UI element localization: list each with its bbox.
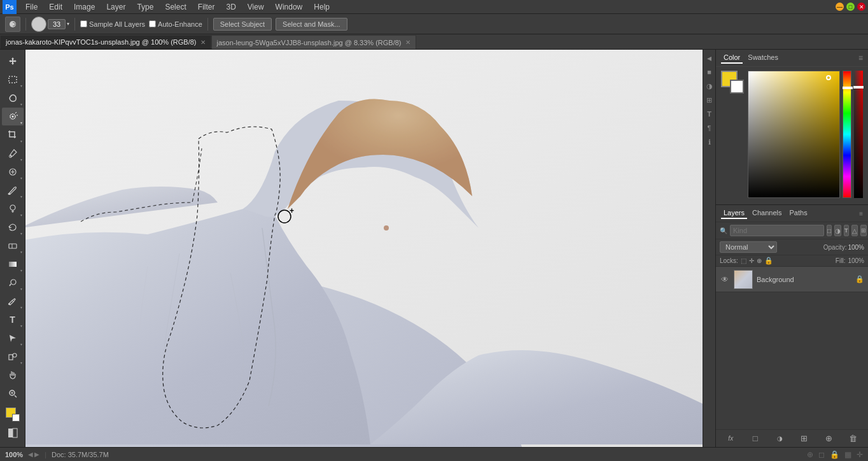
lock-all-icon[interactable]: 🔒 xyxy=(764,257,773,265)
layer-fx-btn[interactable]: fx xyxy=(724,432,738,446)
delete-layer-btn[interactable]: 🗑 xyxy=(846,432,860,446)
lock-artboard-icon[interactable]: ⊕ xyxy=(757,257,762,264)
menu-select[interactable]: Select xyxy=(160,1,191,13)
add-adjustment-btn[interactable]: ◑ xyxy=(773,432,787,446)
svg-point-3 xyxy=(11,116,13,118)
layers-footer: fx □ ◑ ⊞ ⊕ 🗑 xyxy=(716,429,868,447)
layers-panel-icon[interactable]: ⊞ xyxy=(704,94,715,106)
swatches-tab[interactable]: Swatches xyxy=(745,52,781,64)
paths-tab[interactable]: Paths xyxy=(787,208,810,219)
pen-tool-btn[interactable]: ▾ xyxy=(2,292,24,310)
channels-tab[interactable]: Channels xyxy=(750,208,784,219)
history-panel-icon[interactable]: ℹ xyxy=(704,136,715,148)
select-subject-button[interactable]: Select Subject xyxy=(213,18,272,31)
crop-tool-btn[interactable]: ▾ xyxy=(2,126,24,144)
layers-panel-expand-icon[interactable]: ≡ xyxy=(859,210,863,217)
clone-stamp-btn[interactable]: ▾ xyxy=(2,200,24,218)
brush-size-preview[interactable] xyxy=(31,17,46,32)
quick-select-tool-btn[interactable]: ▾ xyxy=(2,108,24,125)
pixel-filter-icon[interactable]: □ xyxy=(827,225,832,236)
zoom-tool-btn[interactable] xyxy=(2,385,24,402)
healing-brush-btn[interactable]: ▾ xyxy=(2,163,24,181)
tab-2-close-icon[interactable]: ✕ xyxy=(405,39,410,46)
menu-layer[interactable]: Layer xyxy=(101,1,130,13)
color-gradient[interactable] xyxy=(748,71,840,198)
menu-help[interactable]: Help xyxy=(309,1,335,13)
quick-mask-btn[interactable] xyxy=(2,424,24,442)
add-mask-btn[interactable]: □ xyxy=(748,432,762,446)
shape-filter-icon[interactable]: △ xyxy=(851,225,858,236)
layers-search-input[interactable] xyxy=(730,225,824,236)
gradient-tool-btn[interactable]: ▾ xyxy=(2,255,24,273)
fill-value[interactable]: 100% xyxy=(848,257,864,264)
menu-view[interactable]: View xyxy=(242,1,269,13)
lasso-tool-btn[interactable]: ▾ xyxy=(2,89,24,107)
close-button[interactable]: ✕ xyxy=(857,3,865,11)
menu-type[interactable]: Type xyxy=(132,1,158,13)
menu-window[interactable]: Window xyxy=(270,1,308,13)
sample-all-layers-option[interactable]: Sample All Layers xyxy=(80,20,145,28)
tab-document-2[interactable]: jason-leung-5Wga5xVJJB8-unsplash.jpg @ 8… xyxy=(211,35,416,49)
brush-size-value[interactable]: 33 xyxy=(48,19,66,29)
menu-image[interactable]: Image xyxy=(69,1,100,13)
color-spectrum[interactable] xyxy=(748,71,863,198)
canvas-area[interactable]: + xyxy=(25,50,703,447)
auto-enhance-option[interactable]: Auto-Enhance xyxy=(149,20,202,28)
foreground-color-btn[interactable] xyxy=(2,406,24,423)
type-filter-icon[interactable]: T xyxy=(844,225,849,236)
smart-filter-icon[interactable]: ⊞ xyxy=(860,225,867,236)
left-toolbar: ▾ ▾ ▾ ▾ ▾ ▾ ▾ xyxy=(0,50,25,447)
status-icon-3: 🔒 xyxy=(830,450,839,459)
path-selection-btn[interactable]: ▾ xyxy=(2,329,24,347)
select-and-mask-button[interactable]: Select and Mask... xyxy=(276,18,347,31)
brush-tool-btn[interactable]: ▾ xyxy=(2,181,24,199)
add-layer-btn[interactable]: ⊕ xyxy=(822,432,836,446)
layer-visibility-icon[interactable]: 👁 xyxy=(720,274,730,285)
lock-move-icon[interactable]: ✛ xyxy=(749,257,754,264)
dodge-tool-btn[interactable]: ▾ xyxy=(2,274,24,292)
tab-1-close-icon[interactable]: ✕ xyxy=(200,39,206,46)
opacity-value[interactable]: 100% xyxy=(848,244,864,251)
layers-tab[interactable]: Layers xyxy=(721,208,747,219)
tab-document-1[interactable]: jonas-kakaroto-KIPqvvTOC1s-unsplash.jpg … xyxy=(0,35,211,49)
char-panel-icon[interactable]: ¶ xyxy=(704,122,715,134)
history-brush-btn[interactable]: ▾ xyxy=(2,218,24,236)
svg-rect-16 xyxy=(13,429,17,437)
color-panel-icon[interactable]: ■ xyxy=(704,66,715,78)
type-tool-btn[interactable]: T ▾ xyxy=(2,311,24,329)
menu-file[interactable]: File xyxy=(20,1,43,13)
add-group-btn[interactable]: ⊞ xyxy=(797,432,811,446)
scroll-right-icon[interactable]: ▶ xyxy=(34,451,39,458)
panel-toggle-btn[interactable]: ◂ xyxy=(704,52,715,64)
adjust-panel-icon[interactable]: ◑ xyxy=(704,80,715,92)
hue-slider[interactable] xyxy=(843,71,851,198)
tool-preset-picker[interactable] xyxy=(5,17,20,32)
status-icon-4: ▦ xyxy=(844,450,851,459)
eyedropper-tool-btn[interactable]: ▾ xyxy=(2,145,24,162)
menu-3d[interactable]: 3D xyxy=(221,1,241,13)
type-panel-icon[interactable]: T xyxy=(704,108,715,120)
menu-edit[interactable]: Edit xyxy=(44,1,67,13)
blend-mode-select[interactable]: Normal xyxy=(720,241,777,253)
shape-tool-btn[interactable]: ▾ xyxy=(2,348,24,365)
right-panels: Color Swatches ≡ xyxy=(715,50,868,447)
color-panel-menu-icon[interactable]: ≡ xyxy=(858,53,863,62)
minimize-button[interactable]: — xyxy=(836,3,844,11)
move-tool-btn[interactable] xyxy=(2,52,24,70)
saturation-slider[interactable] xyxy=(854,71,863,198)
lock-pixel-icon[interactable]: ⬚ xyxy=(741,257,746,264)
scroll-left-icon[interactable]: ◀ xyxy=(28,451,33,458)
marquee-tool-btn[interactable]: ▾ xyxy=(2,71,24,89)
menu-filter[interactable]: Filter xyxy=(193,1,220,13)
layer-background[interactable]: 👁 Background 🔒 xyxy=(716,267,868,292)
hand-tool-btn[interactable] xyxy=(2,366,24,384)
sample-all-layers-checkbox[interactable] xyxy=(80,20,87,27)
size-chevron-icon[interactable]: ▾ xyxy=(67,21,69,27)
color-tab[interactable]: Color xyxy=(721,52,743,64)
adjust-filter-icon[interactable]: ◑ xyxy=(834,225,841,236)
maximize-button[interactable]: □ xyxy=(846,3,855,11)
auto-enhance-label: Auto-Enhance xyxy=(158,20,202,28)
background-swatch[interactable] xyxy=(730,80,744,94)
eraser-tool-btn[interactable]: ▾ xyxy=(2,237,24,255)
auto-enhance-checkbox[interactable] xyxy=(149,20,156,27)
